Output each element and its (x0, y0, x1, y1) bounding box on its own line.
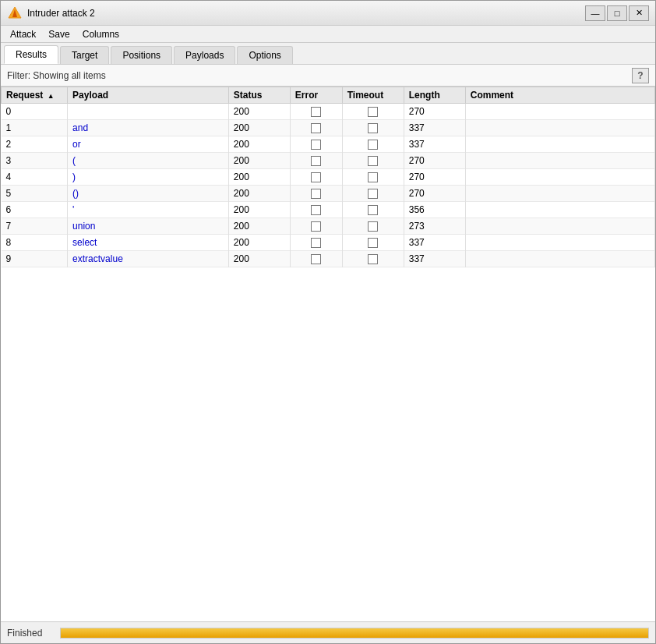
cell-payload: union (68, 218, 229, 235)
cell-request: 2 (2, 136, 68, 153)
col-header-timeout[interactable]: Timeout (342, 87, 404, 104)
table-row[interactable]: 2or200337 (2, 136, 655, 153)
error-checkbox[interactable] (311, 156, 321, 166)
cell-request: 3 (2, 153, 68, 169)
cell-length: 337 (404, 120, 465, 136)
help-button[interactable]: ? (632, 68, 649, 83)
col-header-error[interactable]: Error (290, 87, 342, 104)
table-row[interactable]: 8select200337 (2, 235, 655, 251)
cell-error (290, 235, 342, 251)
results-table-container[interactable]: Request ▲ Payload Status Error (1, 87, 655, 621)
cell-status: 200 (228, 169, 290, 186)
cell-error (290, 202, 342, 218)
tab-target[interactable]: Target (60, 46, 109, 64)
timeout-checkbox[interactable] (368, 221, 378, 232)
content-area: Filter: Showing all items ? Request ▲ Pa… (1, 65, 655, 621)
cell-error (290, 186, 342, 202)
table-row[interactable]: 4)200270 (2, 169, 655, 186)
tab-options[interactable]: Options (237, 46, 292, 64)
cell-length: 337 (404, 235, 465, 251)
error-checkbox[interactable] (311, 254, 321, 264)
cell-timeout (342, 136, 404, 153)
col-header-comment[interactable]: Comment (465, 87, 654, 104)
error-checkbox[interactable] (311, 238, 321, 248)
maximize-button[interactable]: □ (607, 5, 627, 21)
cell-error (290, 153, 342, 169)
table-row[interactable]: 0200270 (2, 104, 655, 120)
cell-comment (465, 169, 654, 186)
sort-arrow-request: ▲ (48, 92, 55, 100)
timeout-checkbox[interactable] (368, 238, 378, 248)
timeout-checkbox[interactable] (368, 205, 378, 215)
cell-comment (465, 104, 654, 120)
cell-timeout (342, 202, 404, 218)
timeout-checkbox[interactable] (368, 156, 378, 166)
title-text: Intruder attack 2 (27, 8, 585, 19)
cell-payload: ' (68, 202, 229, 218)
cell-timeout (342, 104, 404, 120)
cell-payload: () (68, 186, 229, 202)
cell-status: 200 (228, 104, 290, 120)
col-header-status[interactable]: Status (228, 87, 290, 104)
error-checkbox[interactable] (311, 107, 321, 117)
table-row[interactable]: 6'200356 (2, 202, 655, 218)
cell-comment (465, 218, 654, 235)
timeout-checkbox[interactable] (368, 107, 378, 117)
menu-save[interactable]: Save (42, 27, 76, 41)
table-row[interactable]: 9extractvalue200337 (2, 251, 655, 267)
cell-status: 200 (228, 136, 290, 153)
col-header-length[interactable]: Length (404, 87, 465, 104)
error-checkbox[interactable] (311, 221, 321, 232)
table-row[interactable]: 7union200273 (2, 218, 655, 235)
cell-status: 200 (228, 202, 290, 218)
filter-bar: Filter: Showing all items ? (1, 65, 655, 87)
tab-results[interactable]: Results (4, 45, 58, 64)
error-checkbox[interactable] (311, 172, 321, 182)
timeout-checkbox[interactable] (368, 140, 378, 150)
cell-length: 270 (404, 169, 465, 186)
col-header-request[interactable]: Request ▲ (2, 87, 68, 104)
cell-request: 1 (2, 120, 68, 136)
cell-error (290, 169, 342, 186)
col-header-payload[interactable]: Payload (68, 87, 229, 104)
menu-columns[interactable]: Columns (76, 27, 125, 41)
error-checkbox[interactable] (311, 123, 321, 133)
tab-payloads[interactable]: Payloads (174, 46, 235, 64)
minimize-button[interactable]: — (585, 5, 605, 21)
timeout-checkbox[interactable] (368, 254, 378, 264)
title-controls: — □ ✕ (585, 5, 649, 21)
cell-request: 6 (2, 202, 68, 218)
menu-bar: Attack Save Columns (1, 26, 655, 43)
cell-request: 7 (2, 218, 68, 235)
table-row[interactable]: 1and200337 (2, 120, 655, 136)
table-header-row: Request ▲ Payload Status Error (2, 87, 655, 104)
close-button[interactable]: ✕ (629, 5, 649, 21)
cell-comment (465, 136, 654, 153)
cell-timeout (342, 120, 404, 136)
cell-error (290, 218, 342, 235)
table-row[interactable]: 5()200270 (2, 186, 655, 202)
error-checkbox[interactable] (311, 205, 321, 215)
error-checkbox[interactable] (311, 140, 321, 150)
timeout-checkbox[interactable] (368, 172, 378, 182)
cell-timeout (342, 186, 404, 202)
cell-status: 200 (228, 251, 290, 267)
tab-positions[interactable]: Positions (111, 46, 172, 64)
cell-request: 0 (2, 104, 68, 120)
cell-error (290, 251, 342, 267)
timeout-checkbox[interactable] (368, 123, 378, 133)
status-bar: Finished (1, 621, 655, 643)
cell-comment (465, 235, 654, 251)
table-row[interactable]: 3(200270 (2, 153, 655, 169)
cell-comment (465, 251, 654, 267)
cell-timeout (342, 218, 404, 235)
cell-comment (465, 186, 654, 202)
cell-length: 270 (404, 104, 465, 120)
menu-attack[interactable]: Attack (4, 27, 42, 41)
cell-error (290, 104, 342, 120)
timeout-checkbox[interactable] (368, 189, 378, 199)
filter-text: Filter: Showing all items (7, 70, 632, 81)
error-checkbox[interactable] (311, 189, 321, 199)
cell-status: 200 (228, 153, 290, 169)
cell-payload: and (68, 120, 229, 136)
